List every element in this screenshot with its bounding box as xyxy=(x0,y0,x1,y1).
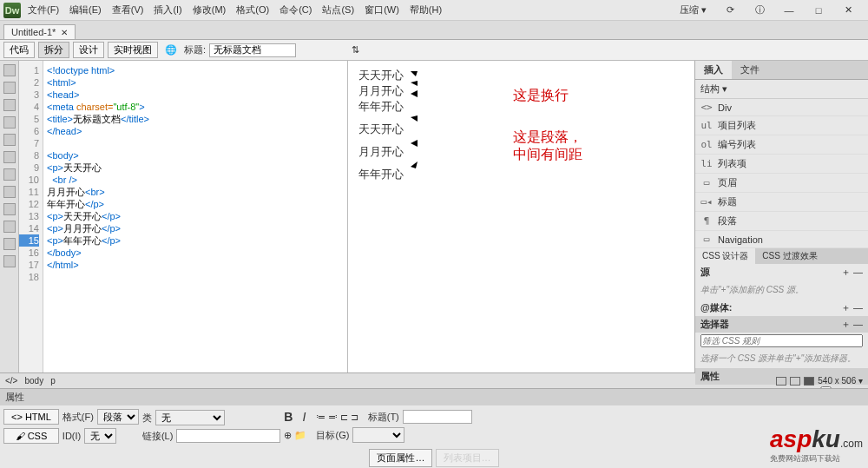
svg-marker-1 xyxy=(411,71,418,76)
minimize-button[interactable]: — xyxy=(783,4,795,16)
insert-category[interactable]: 结构 ▾ xyxy=(695,80,868,99)
italic-button[interactable]: I xyxy=(303,410,306,424)
document-tab[interactable]: Untitled-1* ✕ xyxy=(3,24,76,39)
insert-item[interactable]: ▭Navigation xyxy=(695,231,868,248)
properties-panel: 属性 <> HTML 🖌 CSS 格式(F)段落 ID(I)无 类无 链接(L)… xyxy=(0,388,868,468)
insert-item[interactable]: ¶段落 xyxy=(695,212,868,231)
rail-tool-9[interactable] xyxy=(3,203,16,215)
line-gutter: 123456789101112131415161718 xyxy=(19,61,43,372)
id-label: ID(I) xyxy=(62,431,81,441)
menu-file[interactable]: 文件(F) xyxy=(28,3,59,16)
tab-files[interactable]: 文件 xyxy=(732,61,768,79)
rail-tool-11[interactable] xyxy=(3,238,16,250)
props-html-mode[interactable]: <> HTML xyxy=(3,409,59,425)
props-css-mode[interactable]: 🖌 CSS xyxy=(3,428,59,444)
menu-command[interactable]: 命令(C) xyxy=(279,3,312,16)
rail-tool-7[interactable] xyxy=(3,168,16,181)
menu-view[interactable]: 查看(V) xyxy=(112,3,144,16)
rail-tool-5[interactable] xyxy=(3,134,16,146)
bold-button[interactable]: B xyxy=(284,410,293,424)
view-code-button[interactable]: 代码 xyxy=(3,42,35,58)
insert-item[interactable]: <>Div xyxy=(695,99,868,116)
insert-item[interactable]: ▭页眉 xyxy=(695,174,868,193)
sync-icon[interactable]: ⟳ xyxy=(724,4,736,16)
rail-tool-10[interactable] xyxy=(3,221,16,233)
css-filter-input[interactable] xyxy=(700,334,863,347)
menu-window[interactable]: 窗口(W) xyxy=(365,3,399,16)
rail-tool-8[interactable] xyxy=(3,186,16,198)
list-buttons[interactable]: ≔ ≕ ⊏ ⊐ xyxy=(316,412,358,423)
device-desktop-icon[interactable] xyxy=(804,377,814,386)
view-design-button[interactable]: 设计 xyxy=(73,42,104,58)
title-attr-input[interactable] xyxy=(403,410,472,424)
link-label: 链接(L) xyxy=(142,430,173,443)
view-live-button[interactable]: 实时视图 xyxy=(108,42,158,58)
page-properties-button[interactable]: 页面属性… xyxy=(369,449,432,467)
menu-edit[interactable]: 编辑(E) xyxy=(69,3,102,16)
workspace-switcher[interactable]: 压缩 ▾ xyxy=(680,3,707,16)
properties-header: 属性 xyxy=(0,389,868,405)
insert-item[interactable]: ▭◂标题 xyxy=(695,193,868,212)
class-select[interactable]: 无 xyxy=(155,410,225,425)
list-item-button[interactable]: 列表项目… xyxy=(436,449,499,467)
id-select[interactable]: 无 xyxy=(84,428,116,444)
rail-tool-3[interactable] xyxy=(3,99,16,111)
device-phone-icon[interactable] xyxy=(776,377,786,386)
app-logo: Dw xyxy=(3,3,21,18)
title-input[interactable] xyxy=(209,43,296,57)
css-sources-add[interactable]: ＋ — xyxy=(841,266,863,279)
tab-css-designer[interactable]: CSS 设计器 xyxy=(695,248,755,264)
menu-format[interactable]: 格式(O) xyxy=(236,3,269,16)
code-editor[interactable]: 123456789101112131415161718 <!doctype ht… xyxy=(19,61,347,372)
help-icon[interactable]: ⓘ xyxy=(753,4,766,16)
device-tablet-icon[interactable] xyxy=(790,377,800,386)
menu-insert[interactable]: 插入(I) xyxy=(154,3,181,16)
menu-help[interactable]: 帮助(H) xyxy=(410,3,442,16)
menu-modify[interactable]: 修改(M) xyxy=(193,3,227,16)
insert-item-label: Div xyxy=(718,102,732,113)
tag-selector-html[interactable]: </> xyxy=(5,376,17,386)
tag-selector-p[interactable]: p xyxy=(50,376,56,386)
insert-item[interactable]: ol编号列表 xyxy=(695,135,868,155)
menu-bar: Dw 文件(F) 编辑(E) 查看(V) 插入(I) 修改(M) 格式(O) 命… xyxy=(0,0,868,21)
css-selectors-label: 选择器 xyxy=(700,318,729,331)
css-selectors-add[interactable]: ＋ — xyxy=(841,318,863,331)
tab-css-transition[interactable]: CSS 过渡效果 xyxy=(755,248,824,264)
view-split-button[interactable]: 拆分 xyxy=(38,42,69,58)
insert-item-label: 编号列表 xyxy=(718,138,756,151)
code-content[interactable]: <!doctype html><html><head><meta charset… xyxy=(43,61,347,372)
rail-tool-1[interactable] xyxy=(3,64,16,76)
close-tab-icon[interactable]: ✕ xyxy=(61,28,68,37)
css-media-label: @媒体: xyxy=(700,301,732,314)
rail-tool-4[interactable] xyxy=(3,116,16,129)
annotation-arrows xyxy=(348,61,695,234)
target-select[interactable] xyxy=(352,427,404,443)
maximize-button[interactable]: □ xyxy=(812,4,825,16)
sort-icon[interactable]: ⇅ xyxy=(352,44,359,56)
rail-tool-12[interactable] xyxy=(3,255,16,267)
css-media-add[interactable]: ＋ — xyxy=(841,301,863,314)
close-button[interactable]: ✕ xyxy=(842,4,854,16)
css-selectors-hint: 选择一个 CSS 源并单击"+"添加选择器。 xyxy=(695,349,868,368)
svg-line-2 xyxy=(411,82,509,94)
rail-tool-6[interactable] xyxy=(3,151,16,163)
insert-item-label: 段落 xyxy=(718,214,737,227)
globe-icon[interactable]: 🌐 xyxy=(165,44,177,56)
tab-insert[interactable]: 插入 xyxy=(695,61,732,79)
insert-item-label: 列表项 xyxy=(718,157,746,170)
insert-item[interactable]: li列表项 xyxy=(695,155,868,174)
tag-selector-body[interactable]: body xyxy=(24,376,43,386)
document-toolbar: 代码 拆分 设计 实时视图 🌐 标题: ⇅ xyxy=(0,40,868,61)
link-browse-icon[interactable]: ⊕ 📁 xyxy=(284,430,306,441)
rail-tool-2[interactable] xyxy=(3,82,16,94)
link-input[interactable] xyxy=(176,429,280,443)
insert-item-label: Navigation xyxy=(718,234,763,245)
window-size-label[interactable]: 540 x 506 ▾ xyxy=(818,376,863,386)
insert-item-icon: <> xyxy=(700,102,713,113)
preview-pane[interactable]: 天天开心月月开心年年开心 天天开心 月月开心 年年开心 这是换行 这是段落， 中… xyxy=(347,61,694,372)
css-sources-hint: 单击"+"添加新的 CSS 源。 xyxy=(695,280,868,300)
insert-item-label: 项目列表 xyxy=(718,119,756,132)
insert-item[interactable]: ul项目列表 xyxy=(695,116,868,135)
menu-site[interactable]: 站点(S) xyxy=(322,3,354,16)
format-select[interactable]: 段落 xyxy=(97,409,139,425)
